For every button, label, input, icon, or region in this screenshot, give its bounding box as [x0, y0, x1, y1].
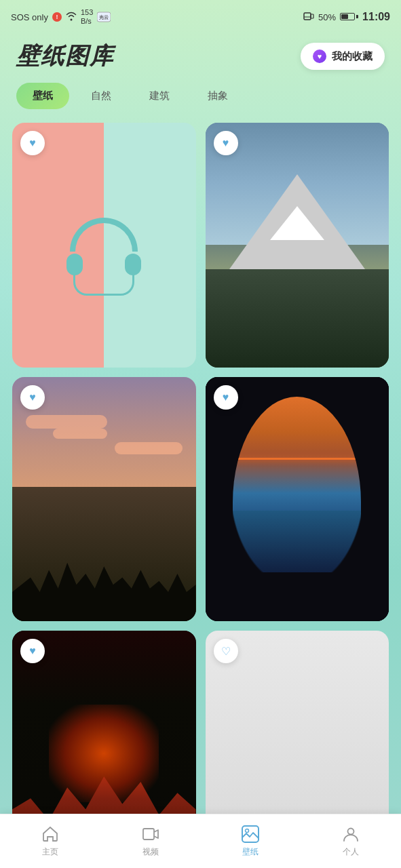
device-icon — [303, 12, 314, 23]
headphones-visual — [12, 123, 196, 368]
like-button-3[interactable]: ♥ — [20, 385, 45, 410]
time-display: 11:09 — [362, 11, 390, 23]
app-title: 壁纸图库 — [16, 41, 114, 72]
nav-profile[interactable]: 个人 — [301, 819, 401, 863]
category-tabs: 壁纸 自然 建筑 抽象 — [0, 83, 401, 109]
page-content: 壁纸图库 ♥ 我的收藏 壁纸 自然 建筑 抽象 — [0, 34, 401, 868]
nav-profile-label: 个人 — [343, 846, 359, 858]
status-bar: SOS only ! 153 B/s 光云 50% — [0, 0, 401, 34]
like-button-6[interactable]: ♡ — [214, 639, 238, 663]
network-type-icon: 光云 — [97, 10, 111, 24]
svg-rect-6 — [242, 826, 259, 842]
status-left: SOS only ! 153 B/s 光云 — [11, 8, 111, 26]
cloud-2 — [53, 429, 107, 439]
sunset-clouds — [12, 401, 196, 475]
mountain-base — [206, 269, 389, 367]
nav-video-label: 视频 — [142, 846, 159, 858]
nav-home-label: 主页 — [42, 846, 58, 858]
nav-wallpaper[interactable]: 壁纸 — [201, 819, 301, 863]
favorites-heart-icon: ♥ — [313, 50, 326, 63]
status-right: 50% 11:09 — [303, 11, 390, 23]
wallpaper-card-3[interactable]: ♥ — [12, 377, 196, 622]
heart-icon-3: ♥ — [29, 391, 36, 403]
mountain-snow — [270, 206, 324, 240]
battery-percent: 50% — [318, 12, 336, 22]
cloud-1 — [26, 415, 107, 429]
wallpaper-card-4[interactable]: ♥ — [206, 377, 389, 622]
arch-outer — [206, 377, 389, 622]
video-icon — [141, 825, 160, 844]
tab-nature[interactable]: 自然 — [75, 83, 128, 109]
svg-point-8 — [348, 829, 354, 835]
heart-icon-5: ♥ — [29, 645, 36, 657]
person-icon — [341, 825, 360, 844]
favorites-button[interactable]: ♥ 我的收藏 — [301, 43, 385, 70]
svg-point-7 — [246, 829, 249, 833]
heart-icon-4: ♥ — [223, 391, 229, 403]
network-speed: 153 B/s — [81, 8, 93, 26]
image-icon — [241, 825, 260, 844]
wifi-icon — [66, 12, 77, 23]
svg-rect-5 — [143, 829, 154, 840]
sos-indicator: ! — [52, 12, 62, 22]
header: 壁纸图库 ♥ 我的收藏 — [0, 34, 401, 83]
bottom-navigation: 主页 视频 壁纸 个人 — [0, 814, 401, 868]
tab-abstract[interactable]: 抽象 — [191, 83, 244, 109]
wallpaper-image-headphones — [12, 123, 196, 368]
wallpaper-image-sunset — [12, 377, 196, 622]
tab-wallpaper[interactable]: 壁纸 — [16, 83, 69, 109]
cloud-3 — [115, 442, 183, 454]
battery-icon — [340, 12, 358, 22]
like-button-1[interactable]: ♥ — [20, 131, 45, 155]
nav-home[interactable]: 主页 — [0, 819, 100, 863]
heart-icon-2: ♥ — [223, 137, 229, 149]
heart-icon-6: ♡ — [221, 645, 231, 658]
heart-icon-1: ♥ — [29, 137, 36, 149]
wallpaper-image-mountain — [206, 123, 389, 368]
like-button-4[interactable]: ♥ — [214, 385, 238, 410]
svg-rect-2 — [304, 13, 311, 20]
headphone-band — [70, 218, 138, 252]
wallpaper-card-2[interactable]: ♥ — [206, 123, 389, 368]
wallpaper-grid: ♥ ♥ — [0, 123, 401, 868]
nav-video[interactable]: 视频 — [100, 819, 201, 863]
svg-text:光云: 光云 — [98, 14, 109, 20]
wallpaper-card-1[interactable]: ♥ — [12, 123, 196, 368]
tab-architecture[interactable]: 建筑 — [133, 83, 186, 109]
headphone-shape — [66, 214, 141, 275]
nav-wallpaper-label: 壁纸 — [242, 846, 259, 858]
home-icon — [41, 825, 60, 844]
sos-text: SOS only — [11, 12, 48, 22]
favorites-label: 我的收藏 — [332, 50, 373, 63]
headphone-cable — [73, 269, 134, 296]
like-button-2[interactable]: ♥ — [214, 131, 238, 155]
wallpaper-image-arch — [206, 377, 389, 622]
